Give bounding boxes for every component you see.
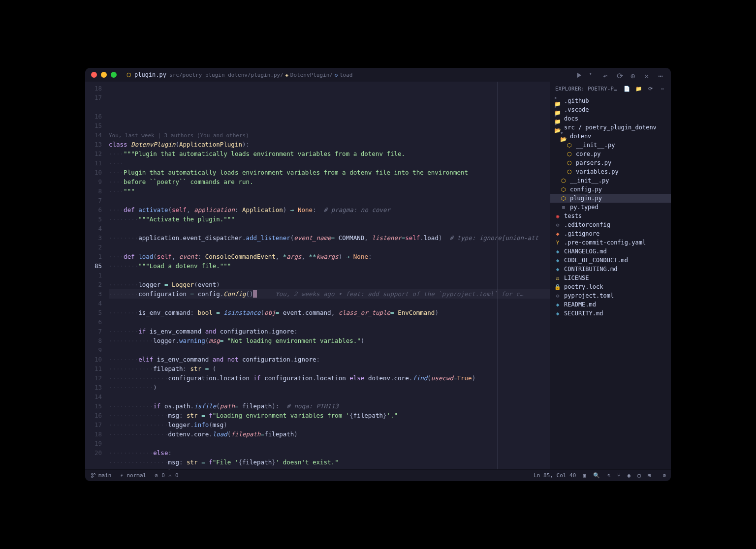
explorer-title: EXPLORER: POETRY-PLUGIN-… <box>555 86 620 92</box>
vim-mode[interactable]: ⚡ normal <box>119 472 147 479</box>
maximize-button[interactable] <box>111 72 117 78</box>
code-line[interactable]: ········"""Activate the plugin.""" <box>109 214 550 224</box>
diff-icon[interactable]: ⊕ <box>630 71 637 78</box>
github-icon[interactable]: ◉ <box>628 472 631 479</box>
code-line[interactable]: ············else: <box>109 448 550 458</box>
source-control-icon[interactable]: ⑂ <box>617 472 621 479</box>
code-line[interactable]: ····def activate(self, application: Appl… <box>109 205 550 214</box>
folder-icon[interactable]: ▢ <box>637 472 641 479</box>
position-label: Ln 85, Col 40 <box>534 472 576 479</box>
code-line[interactable] <box>109 345 550 355</box>
code-line[interactable] <box>109 392 550 401</box>
code-line[interactable]: ················msg: str = f"File '{file… <box>109 458 550 467</box>
more-icon[interactable]: ⋯ <box>659 85 666 92</box>
code-line[interactable]: class DotenvPlugin(ApplicationPlugin): <box>109 140 550 149</box>
code-line[interactable]: ················dotenv.core.load(filepat… <box>109 429 550 439</box>
code-line[interactable]: ········is_env_command: bool = isinstanc… <box>109 308 550 317</box>
code-line[interactable]: ····""" <box>109 186 550 196</box>
tree-item-variables-py[interactable]: ⬡variables.py <box>550 167 671 176</box>
tree-item-CONTRIBUTING-md[interactable]: ◆CONTRIBUTING.md <box>550 265 671 274</box>
tree-item-label: .gitignore <box>564 230 599 237</box>
code-line[interactable]: ····Plugin that automatically loads envi… <box>109 168 550 177</box>
code-line[interactable]: ············if os.path.isfile(path= file… <box>109 401 550 411</box>
close-button[interactable] <box>91 72 97 78</box>
code-line[interactable]: ········"""Load a dotenv file.""" <box>109 261 550 271</box>
code-line[interactable] <box>109 243 550 252</box>
tree-item-__init__-py[interactable]: ⬡__init__.py <box>550 141 671 150</box>
code-line[interactable]: ················logger.info(msg) <box>109 420 550 429</box>
tree-item-tests[interactable]: ◉tests <box>550 212 671 220</box>
code-line[interactable]: ····def load(self, event: ConsoleCommand… <box>109 252 550 261</box>
code-line[interactable]: ················configuration.location i… <box>109 373 550 383</box>
code-line[interactable]: ········elif is_env_command and not conf… <box>109 355 550 364</box>
code-line[interactable]: ········application.event_dispatcher.add… <box>109 233 550 243</box>
tree-item-parsers-py[interactable]: ⬡parsers.py <box>550 158 671 167</box>
tree-item-src---poetry_plugin_dotenv[interactable]: ▾ 📂src / poetry_plugin_dotenv <box>550 123 671 132</box>
tree-item-core-py[interactable]: ⬡core.py <box>550 150 671 158</box>
tree-item-CODE_OF_CONDUCT-md[interactable]: ◆CODE_OF_CONDUCT.md <box>550 256 671 265</box>
tree-item-py-typed[interactable]: ≡py.typed <box>550 203 671 212</box>
tree-item-poetry-lock[interactable]: 🔒poetry.lock <box>550 282 671 291</box>
cursor-position[interactable]: Ln 85, Col 40 <box>534 472 576 479</box>
close-icon[interactable]: ✕ <box>644 71 651 78</box>
tree-item-README-md[interactable]: ◆README.md <box>550 300 671 309</box>
new-folder-icon[interactable]: 📁 <box>635 85 642 92</box>
tree-item-config-py[interactable]: ⬡config.py <box>550 185 671 194</box>
tree-item--github[interactable]: ▸ 📁.github <box>550 96 671 105</box>
panel-toggle-icon[interactable]: ▣ <box>583 472 586 479</box>
code-line[interactable] <box>109 271 550 280</box>
code-line[interactable] <box>109 317 550 327</box>
tree-item-dotenv[interactable]: ▾ 📂dotenv <box>550 132 671 141</box>
chevron-down-icon[interactable]: ▾ <box>589 71 596 78</box>
git-branch[interactable]: main <box>90 472 112 479</box>
extensions-icon[interactable]: ⊞ <box>648 472 651 479</box>
tree-item-label: CODE_OF_CONDUCT.md <box>564 257 628 264</box>
more-icon[interactable]: ⋯ <box>658 71 665 78</box>
code-line[interactable]: ····"""Plugin that automatically loads e… <box>109 149 550 158</box>
code-line[interactable]: ················msg: str = f"Loading env… <box>109 411 550 420</box>
code-line[interactable] <box>109 299 550 308</box>
file-tree[interactable]: ▸ 📁.github▸ 📁.vscode▸ 📁docs▾ 📂src / poet… <box>550 95 671 469</box>
minimize-button[interactable] <box>101 72 107 78</box>
run-icon[interactable] <box>575 71 582 78</box>
tree-item--editorconfig[interactable]: ⚙.editorconfig <box>550 220 671 229</box>
settings-icon[interactable]: ⚙ <box>662 472 666 479</box>
new-file-icon[interactable]: 📄 <box>624 85 630 92</box>
code-line[interactable]: ············) <box>109 383 550 392</box>
tree-item--gitignore[interactable]: ◆.gitignore <box>550 229 671 238</box>
tree-item-CHANGELOG-md[interactable]: ◆CHANGELOG.md <box>550 247 671 256</box>
code-line[interactable]: ···· <box>109 158 550 168</box>
code-line[interactable] <box>109 196 550 205</box>
breadcrumb[interactable]: src/poetry_plugin_dotenv/plugin.py/ ◈Dot… <box>169 72 352 78</box>
code-line[interactable]: ············logger.warning(msg= "Not loa… <box>109 336 550 345</box>
tree-item-docs[interactable]: ▸ 📁docs <box>550 114 671 123</box>
tree-item--vscode[interactable]: ▸ 📁.vscode <box>550 105 671 114</box>
code-line[interactable]: ········if is_env_command and configurat… <box>109 327 550 336</box>
code-line[interactable]: ········configuration = config.Config() … <box>109 289 550 299</box>
tree-item-SECURITY-md[interactable]: ◆SECURITY.md <box>550 309 671 318</box>
code-line[interactable] <box>109 121 550 130</box>
problems[interactable]: ⊘0 ⚠0 <box>153 472 178 479</box>
code-line[interactable]: ········logger = Logger(event) <box>109 280 550 289</box>
code-line[interactable]: ············filepath: str = ( <box>109 364 550 373</box>
tree-item--pre-commit-config-yaml[interactable]: Y.pre-commit-config.yaml <box>550 238 671 247</box>
search-icon[interactable]: 🔍 <box>593 472 600 479</box>
active-tab[interactable]: ⬡ plugin.py src/poetry_plugin_dotenv/plu… <box>126 71 352 78</box>
tree-item-LICENSE[interactable]: ⚖LICENSE <box>550 274 671 282</box>
code-line[interactable]: You, last week | 3 authors (You and othe… <box>109 130 550 140</box>
refresh-icon[interactable]: ⟳ <box>617 71 624 78</box>
code-line[interactable] <box>109 112 550 121</box>
code-line[interactable] <box>109 224 550 233</box>
code-line[interactable]: ····before ``poetry`` commands are run. <box>109 177 550 186</box>
tree-item-plugin-py[interactable]: ⬡plugin.py <box>550 194 671 203</box>
tree-item-__init__-py[interactable]: ⬡__init__.py <box>550 176 671 185</box>
refresh-icon[interactable]: ⟳ <box>647 85 654 92</box>
tree-item-pyproject-toml[interactable]: ⚙pyproject.toml <box>550 291 671 300</box>
code-editor[interactable]: 1817161514131211109876543218512345678910… <box>85 82 550 469</box>
code-line[interactable] <box>109 439 550 448</box>
undo-icon[interactable]: ↶ <box>603 71 610 78</box>
tree-item-label: plugin.py <box>570 195 602 202</box>
code-area[interactable]: You, last week | 3 authors (You and othe… <box>109 82 550 469</box>
beaker-icon[interactable]: ⚗ <box>607 472 610 479</box>
code-line[interactable]: ················logger.error(msg) <box>109 467 550 469</box>
